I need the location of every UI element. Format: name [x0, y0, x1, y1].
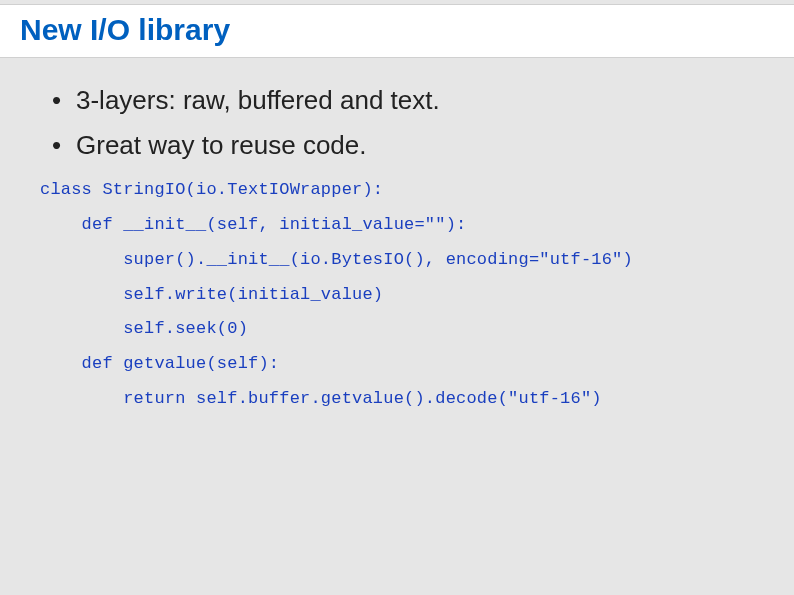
bullet-list: 3-layers: raw, buffered and text. Great …: [52, 84, 754, 161]
code-block: class StringIO(io.TextIOWrapper): def __…: [40, 173, 754, 417]
slide-title: New I/O library: [20, 13, 774, 47]
list-item: Great way to reuse code.: [52, 129, 754, 162]
slide-content: 3-layers: raw, buffered and text. Great …: [0, 58, 794, 417]
list-item: 3-layers: raw, buffered and text.: [52, 84, 754, 117]
title-bar: New I/O library: [0, 4, 794, 58]
